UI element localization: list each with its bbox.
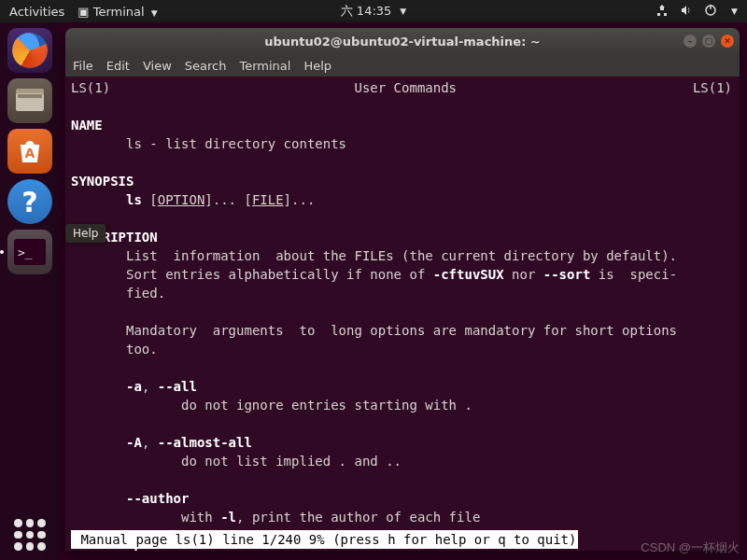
- man-header-left: LS(1): [71, 80, 110, 95]
- opt-flag: --almost-all: [158, 435, 252, 450]
- launcher-software[interactable]: A: [7, 129, 52, 174]
- volume-icon[interactable]: [680, 4, 693, 20]
- question-icon: ?: [21, 186, 37, 218]
- launcher-help[interactable]: ?: [7, 179, 52, 224]
- launcher-terminal[interactable]: >_: [7, 230, 52, 274]
- network-icon[interactable]: [655, 4, 669, 20]
- desc-line: too.: [126, 342, 158, 357]
- syn-file: FILE: [252, 192, 284, 207]
- launcher-files[interactable]: [7, 78, 52, 123]
- syn-option: OPTION: [158, 192, 205, 207]
- watermark: CSDN @一杯烟火: [641, 539, 740, 556]
- svg-rect-4: [16, 89, 44, 93]
- opt-flag: --all: [158, 379, 197, 394]
- launcher-firefox[interactable]: [7, 28, 52, 73]
- close-button[interactable]: ✕: [721, 35, 734, 48]
- svg-text:A: A: [25, 146, 35, 161]
- syn-cmd: ls: [126, 192, 142, 207]
- menu-search[interactable]: Search: [185, 59, 227, 73]
- name-line: ls - list directory contents: [126, 136, 346, 151]
- terminal-viewport[interactable]: LS(1) User Commands LS(1) NAME ls - list…: [65, 77, 740, 551]
- opt-flag: -a: [126, 379, 142, 394]
- section-name: NAME: [71, 118, 103, 133]
- firefox-icon: [12, 33, 48, 68]
- terminal-menubar: File Edit View Search Terminal Help: [65, 54, 740, 77]
- files-icon: [14, 87, 46, 115]
- menu-file[interactable]: File: [73, 59, 93, 73]
- power-icon[interactable]: [704, 4, 717, 20]
- maximize-button[interactable]: ▢: [702, 35, 715, 48]
- chevron-down-icon: ▼: [400, 7, 406, 16]
- desc-line: fied.: [126, 286, 165, 301]
- app-menu[interactable]: ▣ Terminal ▼: [78, 5, 157, 19]
- desc-line: List information about the FILEs (the cu…: [126, 248, 677, 263]
- launcher-tooltip: Help: [65, 224, 106, 243]
- terminal-icon: ▣: [78, 5, 89, 19]
- opt-desc: do not list implied . and ..: [181, 454, 402, 469]
- menu-view[interactable]: View: [143, 59, 172, 73]
- chevron-down-icon: ▼: [731, 7, 738, 16]
- opt-desc: with: [181, 510, 220, 525]
- opt-desc: do not ignore entries starting with .: [181, 398, 472, 413]
- desc-line: Mandatory arguments to long options are …: [126, 323, 677, 338]
- minimize-button[interactable]: –: [684, 35, 697, 48]
- terminal-window: ubuntu02@ubuntu02-virtual-machine: ~ – ▢…: [65, 28, 740, 551]
- activities-button[interactable]: Activities: [9, 5, 64, 19]
- section-synopsis: SYNOPSIS: [71, 174, 134, 189]
- terminal-icon: >_: [14, 239, 46, 265]
- svg-rect-3: [18, 94, 42, 98]
- desc-line: Sort entries alphabetically if none of: [126, 267, 433, 282]
- man-status-line: Manual page ls(1) line 1/240 9% (press h…: [71, 530, 578, 549]
- launcher-dock: A ? >_: [0, 22, 60, 560]
- svg-rect-1: [710, 5, 711, 9]
- chevron-down-icon: ▼: [151, 8, 158, 18]
- menu-help[interactable]: Help: [303, 59, 331, 73]
- man-header-right: LS(1): [693, 80, 732, 95]
- window-titlebar[interactable]: ubuntu02@ubuntu02-virtual-machine: ~ – ▢…: [65, 28, 740, 54]
- menu-terminal[interactable]: Terminal: [239, 59, 290, 73]
- menu-edit[interactable]: Edit: [106, 59, 130, 73]
- opt-flag: --author: [126, 491, 189, 506]
- man-header-center: User Commands: [354, 80, 457, 95]
- window-title: ubuntu02@ubuntu02-virtual-machine: ~: [264, 35, 541, 49]
- gnome-topbar: Activities ▣ Terminal ▼ 六 14:35 ▼ ▼: [0, 0, 747, 22]
- clock[interactable]: 六 14:35: [341, 3, 392, 20]
- shopping-bag-icon: A: [16, 137, 44, 165]
- opt-flag: -A: [126, 435, 142, 450]
- apps-grid-icon: [14, 519, 46, 551]
- show-applications[interactable]: [0, 519, 60, 551]
